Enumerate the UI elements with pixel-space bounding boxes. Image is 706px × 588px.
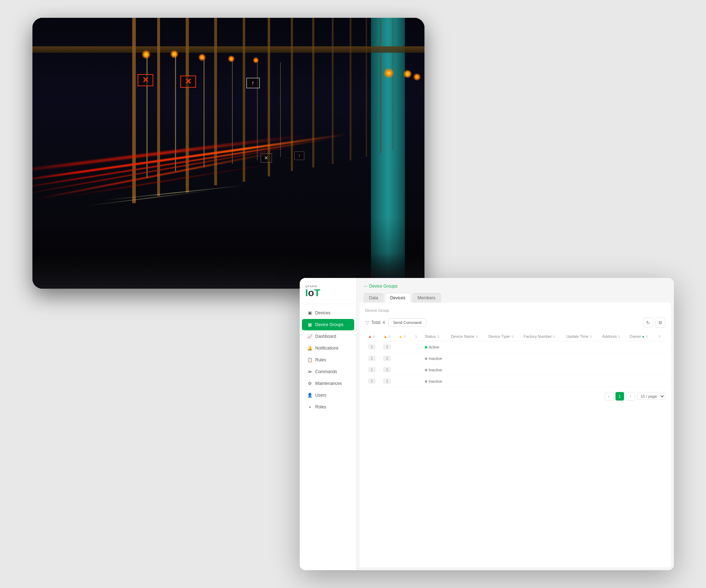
main-content: ← Device Groups Data Devices Members Dev… [357,278,674,570]
app-panel: QFarm IoT ▣ Devices ▦ Device Groups 📈 Da… [300,278,674,570]
settings-icon: ⚙ [658,320,663,325]
nav-items: ▣ Devices ▦ Device Groups 📈 Dashboard 🔔 … [300,304,356,570]
cell-status-2: Inactive [422,364,448,376]
rules-icon: 📋 [308,357,313,362]
cell-update-time-0 [563,341,599,353]
sidebar-item-notifications-label: Notifications [315,346,339,351]
sidebar-item-roles-label: Roles [315,404,326,409]
cell-factory-number-0 [521,341,563,353]
pagination-prev[interactable]: ‹ [605,392,613,401]
total-badge: ▽ Total: 4 [365,320,385,325]
cell-address-2 [599,364,627,376]
cell-update-time-2 [563,364,599,376]
cell-update-time-1 [563,353,599,364]
table-body: 1 1 Active 1 1 Inactive 1 [365,341,665,387]
cell-owner-1 [627,353,654,364]
breadcrumb: ← Device Groups [364,284,667,289]
sidebar-item-roles[interactable]: ▪ Roles [302,401,354,413]
col-update-time[interactable]: Update Time⇅ [563,332,599,341]
col-alert-orange[interactable]: ▲⇅ [380,332,396,341]
sidebar-item-devices-label: Devices [315,310,331,315]
breadcrumb-back-link[interactable]: ← Device Groups [364,284,398,289]
cell-status-0: Active [422,341,448,353]
col-alert-red[interactable]: ▲⇅ [365,332,381,341]
cell-col1-0: 1 [365,341,381,353]
settings-button[interactable]: ⚙ [655,318,665,327]
cell-col3-0 [396,341,411,353]
logo-iot: IoT [305,288,351,298]
dashboard-icon: 📈 [308,334,313,339]
cell-device-type-2 [485,364,521,376]
monitor-frame: ✕ ✕ ↑ ✕ ↑ [32,18,424,289]
sidebar-item-rules[interactable]: 📋 Rules [302,354,354,366]
sidebar-item-rules-label: Rules [315,357,326,362]
cell-device-name-3 [448,376,485,387]
cell-extra-1 [411,353,422,364]
table-row: 1 1 Inactive [365,353,665,364]
cell-device-type-0 [485,341,521,353]
data-table: ▲⇅ ▲⇅ ▲⇅ ⇅ Status⇅ Device Name⇅ Device T… [365,332,665,387]
cell-col2-1: 1 [380,353,396,364]
users-icon: 👤 [308,393,313,398]
sidebar-item-users-label: Users [315,393,326,398]
cell-device-type-1 [485,353,521,364]
col-device-type[interactable]: Device Type⇅ [485,332,521,341]
pagination-next[interactable]: › [626,392,635,401]
cell-device-name-1 [448,353,485,364]
cell-update-time-3 [563,376,599,387]
table-header: ▲⇅ ▲⇅ ▲⇅ ⇅ Status⇅ Device Name⇅ Device T… [365,332,665,341]
cell-col2-2: 1 [380,364,396,376]
refresh-button[interactable]: ↻ [643,318,653,327]
monitor-display: ✕ ✕ ↑ ✕ ↑ [32,18,424,289]
sidebar-item-commands-label: Commands [315,369,337,374]
cell-col2-3: 1 [380,376,396,387]
col-actions[interactable]: ⇅ [654,332,665,341]
sidebar-item-dashboard[interactable]: 📈 Dashboard [302,331,354,342]
sidebar-item-notifications[interactable]: 🔔 Notifications [302,342,354,354]
sidebar-item-users[interactable]: 👤 Users [302,390,354,401]
cell-owner-0 [627,341,654,353]
col-extra[interactable]: ⇅ [411,332,422,341]
sidebar-item-maintenances[interactable]: ⚙ Maintenances [302,378,354,389]
col-owner[interactable]: Owner ●⇅ [627,332,654,341]
col-device-name[interactable]: Device Name⇅ [448,332,485,341]
device-groups-icon: ▦ [308,322,313,327]
cell-extra-3 [411,376,422,387]
commands-icon: ≫ [308,369,313,374]
devices-icon: ▣ [308,310,313,315]
col-status[interactable]: Status⇅ [422,332,448,341]
tab-devices[interactable]: Devices [385,293,411,303]
table-row: 1 1 Inactive [365,364,665,376]
sidebar-item-devices[interactable]: ▣ Devices [302,307,354,319]
table-row: 1 1 Inactive [365,376,665,387]
bridge-background: ✕ ✕ ↑ ✕ ↑ [32,18,424,289]
table-toolbar: ▽ Total: 4 Send Command ↻ ⚙ [365,318,665,327]
tab-data[interactable]: Data [364,293,383,303]
cell-col3-2 [396,364,411,376]
cell-col2-0: 1 [380,341,396,353]
maintenances-icon: ⚙ [308,381,313,386]
sidebar-item-device-groups[interactable]: ▦ Device Groups [302,319,354,330]
toolbar-right: ↻ ⚙ [643,318,665,327]
cell-col1-2: 1 [365,364,381,376]
roles-icon: ▪ [308,404,313,409]
pagination-page-1[interactable]: 1 [615,392,624,401]
cell-extra-0 [411,341,422,353]
sidebar-item-dashboard-label: Dashboard [315,334,336,339]
toolbar-left: ▽ Total: 4 Send Command [365,318,426,327]
col-factory-number[interactable]: Factory Number⇅ [521,332,563,341]
sidebar: QFarm IoT ▣ Devices ▦ Device Groups 📈 Da… [300,278,357,570]
sidebar-item-commands[interactable]: ≫ Commands [302,366,354,377]
send-command-button[interactable]: Send Command [388,318,426,327]
col-address[interactable]: Address⇅ [599,332,627,341]
scene: ✕ ✕ ↑ ✕ ↑ [32,18,674,570]
cell-address-3 [599,376,627,387]
per-page-select[interactable]: 15 / page 30 / page 50 / page [637,393,665,400]
cell-factory-number-1 [521,353,563,364]
cell-factory-number-3 [521,376,563,387]
tab-members[interactable]: Members [412,293,441,303]
col-alert-yellow[interactable]: ▲⇅ [396,332,411,341]
content-body: Device Group ▽ Total: 4 Send Command ↻ [360,303,671,567]
pagination: ‹ 1 › 15 / page 30 / page 50 / page [365,392,665,401]
total-count: Total: 4 [371,320,385,325]
